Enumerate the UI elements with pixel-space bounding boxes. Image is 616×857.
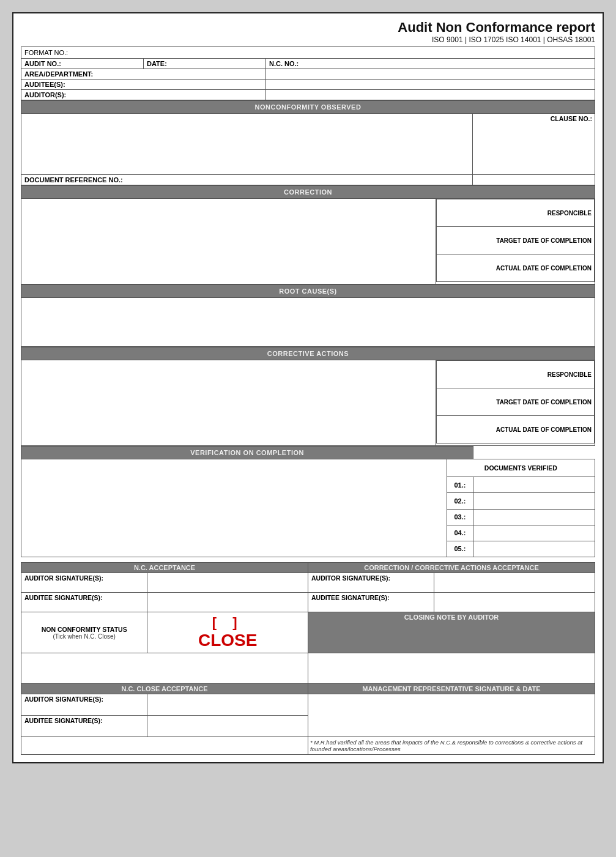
nc-close-auditee-sig-value[interactable] bbox=[147, 716, 308, 737]
nc-close-auditee-sig-label: AUDITEE SIGNATURE(S): bbox=[21, 716, 147, 737]
correction-text-area[interactable] bbox=[21, 199, 436, 284]
page: Audit Non Conformance report ISO 9001 | … bbox=[12, 12, 604, 763]
root-cause-section: ROOT CAUSE(S) bbox=[21, 284, 595, 347]
nonconformity-header: NONCONFORMITY OBSERVED bbox=[21, 101, 595, 114]
cc-acceptance-header: CORRECTION / CORRECTIVE ACTIONS ACCEPTAN… bbox=[308, 563, 595, 573]
nonconformity-text-area[interactable] bbox=[21, 114, 473, 175]
close-cell: [ ] CLOSE bbox=[147, 612, 308, 653]
correction-right-table: RESPONCIBLE TARGET DATE OF COMPLETION AC… bbox=[436, 199, 595, 282]
auditors-value[interactable] bbox=[266, 90, 595, 100]
nc-close-acceptance-header: N.C. CLOSE ACCEPTANCE bbox=[21, 684, 308, 694]
doc-value-2[interactable] bbox=[473, 493, 595, 509]
nc-auditor-sig-label: AUDITOR SIGNATURE(S): bbox=[21, 573, 147, 593]
area-dept-value[interactable] bbox=[266, 69, 595, 80]
cc-auditee-sig-value[interactable] bbox=[434, 593, 595, 612]
corrective-actions-section: CORRECTIVE ACTIONS RESPONCIBLE TARGET DA… bbox=[21, 347, 595, 446]
correction-header: CORRECTION bbox=[21, 186, 595, 199]
doc-value-5[interactable] bbox=[473, 541, 595, 557]
doc-num-5: 05.: bbox=[447, 541, 473, 557]
header-block: Audit Non Conformance report ISO 9001 | … bbox=[21, 20, 595, 44]
doc-num-2: 02.: bbox=[447, 493, 473, 509]
cc-auditor-sig-label: AUDITOR SIGNATURE(S): bbox=[308, 573, 434, 593]
nc-status-cell: NON CONFORMITY STATUS (Tick when N.C. Cl… bbox=[21, 612, 147, 653]
closing-note-header: CLOSING NOTE BY AUDITOR bbox=[308, 612, 595, 653]
correction-target-date-label: TARGET DATE OF COMPLETION bbox=[437, 227, 595, 254]
doc-ref-value[interactable] bbox=[473, 175, 595, 185]
nc-close-auditor-sig-value[interactable] bbox=[147, 694, 308, 716]
corrective-actions-header: CORRECTIVE ACTIONS bbox=[21, 347, 595, 360]
nc-status-label: NON CONFORMITY STATUS bbox=[24, 626, 144, 633]
info-table: AUDIT NO.: DATE: N.C. NO.: AREA/DEPARTME… bbox=[21, 58, 595, 100]
audit-no-label: AUDIT NO.: bbox=[21, 59, 144, 69]
mgmt-rep-header: MANAGEMENT REPRESENTATIVE SIGNATURE & DA… bbox=[308, 684, 595, 694]
close-bracket: [ ] bbox=[212, 615, 243, 631]
doc-ref-label: DOCUMENT REFERENCE NO.: bbox=[21, 175, 473, 185]
documents-verified-label: DOCUMENTS VERIFIED bbox=[447, 459, 595, 477]
area-dept-label: AREA/DEPARTMENT: bbox=[21, 69, 266, 80]
report-title: Audit Non Conformance report bbox=[21, 20, 595, 35]
corrective-actual-date-label: ACTUAL DATE OF COMPLETION bbox=[437, 416, 595, 443]
verification-text-area[interactable] bbox=[21, 459, 447, 557]
root-cause-text-area[interactable] bbox=[21, 298, 595, 347]
clause-no-label: CLAUSE NO.: bbox=[475, 115, 592, 122]
closing-note-value[interactable] bbox=[308, 653, 595, 684]
corrective-actions-text-area[interactable] bbox=[21, 360, 436, 446]
nc-auditee-sig-value[interactable] bbox=[147, 593, 308, 612]
report-subtitle: ISO 9001 | ISO 17025 ISO 14001 | OHSAS 1… bbox=[21, 35, 595, 44]
cc-auditee-sig-label: AUDITEE SIGNATURE(S): bbox=[308, 593, 434, 612]
cc-auditor-sig-value[interactable] bbox=[434, 573, 595, 593]
doc-num-3: 03.: bbox=[447, 509, 473, 525]
corrective-target-date-label: TARGET DATE OF COMPLETION bbox=[437, 388, 595, 416]
correction-responsible-label: RESPONCIBLE bbox=[437, 199, 595, 227]
close-text: CLOSE bbox=[150, 631, 305, 650]
nc-auditor-sig-value[interactable] bbox=[147, 573, 308, 593]
auditees-value[interactable] bbox=[266, 80, 595, 90]
format-no-label: FORMAT NO.: bbox=[24, 49, 68, 56]
corrective-responsible-label: RESPONCIBLE bbox=[437, 361, 595, 388]
footer-spacer bbox=[21, 737, 308, 755]
mgmt-sig-area[interactable] bbox=[308, 694, 595, 737]
doc-value-1[interactable] bbox=[473, 477, 595, 493]
doc-num-1: 01.: bbox=[447, 477, 473, 493]
clause-no-value[interactable] bbox=[475, 122, 592, 168]
auditees-label: AUDITEE(S): bbox=[21, 80, 266, 90]
nc-acceptance-header: N.C. ACCEPTANCE bbox=[21, 563, 308, 573]
verification-section: VERIFICATION ON COMPLETION DOCUMENTS VER… bbox=[21, 446, 595, 557]
nc-status-sub: (Tick when N.C. Close) bbox=[24, 633, 144, 640]
correction-actual-date-label: ACTUAL DATE OF COMPLETION bbox=[437, 254, 595, 282]
nc-auditee-sig-label: AUDITEE SIGNATURE(S): bbox=[21, 593, 147, 612]
corrective-right-table: RESPONCIBLE TARGET DATE OF COMPLETION AC… bbox=[436, 360, 595, 443]
clause-no-cell: CLAUSE NO.: bbox=[473, 114, 595, 175]
verification-header: VERIFICATION ON COMPLETION bbox=[21, 447, 473, 459]
bottom-section: N.C. ACCEPTANCE CORRECTION / CORRECTIVE … bbox=[21, 562, 595, 755]
correction-section: CORRECTION RESPONCIBLE TARGET DATE OF CO… bbox=[21, 185, 595, 284]
nc-close-auditor-sig-label: AUDITOR SIGNATURE(S): bbox=[21, 694, 147, 716]
auditors-label: AUDITOR(S): bbox=[21, 90, 266, 100]
acceptance-table: N.C. ACCEPTANCE CORRECTION / CORRECTIVE … bbox=[21, 562, 595, 755]
footer-note: * M.R.had varified all the areas that im… bbox=[308, 737, 595, 755]
nc-no-label: N.C. NO.: bbox=[266, 59, 595, 69]
doc-value-4[interactable] bbox=[473, 525, 595, 541]
root-cause-header: ROOT CAUSE(S) bbox=[21, 285, 595, 298]
nc-status-spacer bbox=[21, 653, 308, 684]
format-no-row: FORMAT NO.: bbox=[21, 46, 595, 58]
doc-value-3[interactable] bbox=[473, 509, 595, 525]
date-label: DATE: bbox=[144, 59, 266, 69]
nonconformity-section: NONCONFORMITY OBSERVED CLAUSE NO.: DOCUM… bbox=[21, 100, 595, 185]
doc-num-4: 04.: bbox=[447, 525, 473, 541]
